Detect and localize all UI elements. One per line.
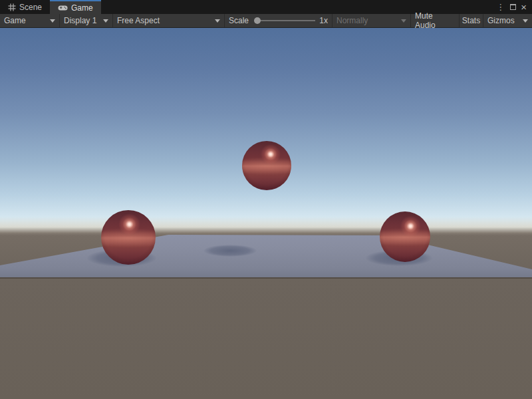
chevron-down-icon	[401, 19, 406, 23]
tab-game-label: Game	[71, 3, 93, 13]
close-icon[interactable]: ×	[520, 2, 527, 12]
horizon-fog	[0, 217, 532, 235]
game-popup-dropdown[interactable]: Game	[0, 14, 60, 27]
chevron-down-icon	[103, 19, 108, 23]
kebab-menu-icon[interactable]: ⋮	[495, 3, 506, 11]
mute-audio-label: Mute Audio	[415, 11, 455, 30]
maximize-on-play-label: Normally	[336, 16, 368, 25]
stats-label: Stats	[462, 16, 480, 25]
grid-icon	[8, 3, 16, 11]
chevron-down-icon	[523, 19, 528, 23]
maximize-on-play-dropdown[interactable]: Normally	[332, 14, 411, 27]
mute-audio-button[interactable]: Mute Audio	[411, 14, 460, 27]
scale-slider-track[interactable]	[260, 20, 315, 21]
maximize-icon[interactable]	[510, 4, 516, 10]
scale-label: Scale	[229, 16, 249, 25]
display-label: Display 1	[64, 16, 96, 25]
gizmos-label: Gizmos	[487, 16, 515, 25]
tab-game[interactable]: Game	[50, 0, 101, 14]
scale-value: 1x	[319, 16, 328, 25]
right-sphere	[380, 211, 430, 262]
sphere-shadow	[203, 245, 257, 257]
tab-scene[interactable]: Scene	[0, 0, 50, 14]
aspect-ratio-dropdown[interactable]: Free Aspect	[113, 14, 225, 27]
scale-slider[interactable]	[254, 14, 315, 27]
window-controls: ⋮ ×	[495, 0, 532, 14]
scale-slider-knob[interactable]	[254, 17, 261, 24]
gizmos-dropdown[interactable]: Gizmos	[483, 14, 532, 27]
game-view-toolbar: Game Display 1 Free Aspect Scale 1x Norm…	[0, 14, 532, 28]
game-viewport[interactable]	[0, 28, 532, 399]
gamepad-icon	[58, 5, 68, 11]
aspect-label: Free Aspect	[117, 16, 160, 25]
left-sphere	[101, 210, 156, 265]
tab-scene-label: Scene	[19, 3, 42, 12]
chevron-down-icon	[50, 19, 55, 23]
game-popup-label: Game	[4, 16, 26, 25]
display-dropdown[interactable]: Display 1	[60, 14, 113, 27]
center-sphere	[242, 141, 291, 190]
scale-control: Scale 1x	[225, 14, 332, 27]
chevron-down-icon	[215, 19, 220, 23]
ground-plane-near	[0, 277, 532, 399]
stats-button[interactable]: Stats	[460, 14, 483, 27]
